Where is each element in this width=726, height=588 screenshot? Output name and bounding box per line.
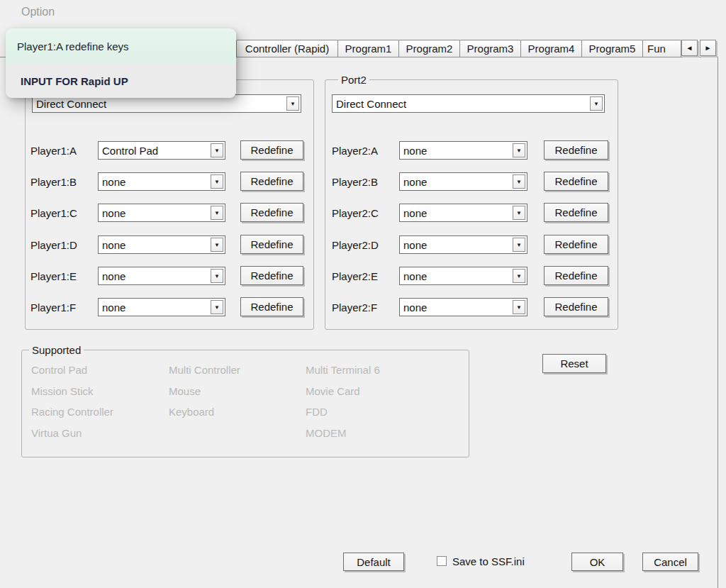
port2-group-label: Port2 [338,74,369,86]
player2a-select[interactable]: none ▼ [399,141,527,160]
player2b-redefine-button[interactable]: Redefine [544,172,608,191]
tab-controller-rapid[interactable]: Controller (Rapid) [236,40,338,57]
dropdown-arrow-icon[interactable]: ▼ [513,300,525,314]
tab-function[interactable]: Fun [642,40,681,57]
player1e-redefine-button[interactable]: Redefine [240,266,303,285]
redefine-popup: Player1:A redefine keys INPUT FOR Rapid … [6,28,236,98]
player1d-redefine-button[interactable]: Redefine [240,235,303,254]
scroll-right-icon: ► [705,44,712,52]
player2c-select[interactable]: none ▼ [399,204,527,222]
player1d-label: Player1:D [30,239,77,251]
supported-item: Mission Stick [31,385,94,397]
redefine-popup-title: Player1:A redefine keys [6,28,236,64]
player1c-select[interactable]: none ▼ [98,204,225,222]
player2b-select[interactable]: none ▼ [399,172,527,191]
player1d-select[interactable]: none ▼ [98,235,225,254]
supported-item: Virtua Gun [31,427,82,439]
scroll-left-icon: ◄ [686,44,693,52]
default-button[interactable]: Default [343,553,404,571]
tab-program2[interactable]: Program2 [398,40,460,57]
player2c-label: Player2:C [332,207,379,219]
dropdown-arrow-icon[interactable]: ▼ [513,143,525,157]
player1e-label: Player1:E [30,270,77,282]
player1a-label: Player1:A [30,145,77,157]
save-to-ssf-checkbox-label[interactable]: Save to SSF.ini [452,555,525,567]
tab-program5[interactable]: Program5 [581,40,643,57]
supported-item: Keyboard [169,406,214,418]
player2b-label: Player2:B [332,176,378,188]
dropdown-arrow-icon[interactable]: ▼ [211,206,223,220]
redefine-popup-message: INPUT FOR Rapid UP [6,64,236,98]
player2e-redefine-button[interactable]: Redefine [544,266,608,285]
supported-item: Multi Terminal 6 [306,364,380,376]
player2d-label: Player2:D [332,239,379,251]
window-title: Option [21,6,55,18]
reset-button[interactable]: Reset [542,354,606,373]
tab-strip: Controller (Rapid) Program1 Program2 Pro… [236,40,681,57]
port2-connection-select[interactable]: Direct Connect ▼ [332,94,605,113]
tab-program1[interactable]: Program1 [337,40,399,57]
dropdown-arrow-icon[interactable]: ▼ [211,174,223,189]
dropdown-arrow-icon[interactable]: ▼ [513,206,525,220]
supported-item: Movie Card [306,385,360,397]
save-to-ssf-checkbox[interactable] [437,556,447,566]
player1b-redefine-button[interactable]: Redefine [240,172,303,191]
player1f-select[interactable]: none ▼ [98,298,225,316]
tab-scroll-left-button[interactable]: ◄ [681,40,698,56]
player2a-redefine-button[interactable]: Redefine [544,140,608,160]
player2f-label: Player2:F [332,301,377,314]
player2d-redefine-button[interactable]: Redefine [544,235,608,254]
player1c-redefine-button[interactable]: Redefine [240,203,303,222]
ok-button[interactable]: OK [571,553,623,571]
player1a-select[interactable]: Control Pad ▼ [98,141,225,160]
player1f-redefine-button[interactable]: Redefine [240,297,303,316]
tab-page-right-border [717,57,718,588]
dropdown-arrow-icon[interactable]: ▼ [513,238,525,252]
cancel-button[interactable]: Cancel [642,553,698,571]
player2e-label: Player2:E [332,270,378,282]
player1a-redefine-button[interactable]: Redefine [240,140,303,160]
dropdown-arrow-icon[interactable]: ▼ [513,174,525,189]
dropdown-arrow-icon[interactable]: ▼ [211,269,223,283]
player2c-redefine-button[interactable]: Redefine [544,203,608,222]
supported-group: Supported Control Pad Mission Stick Raci… [21,350,469,457]
tab-program3[interactable]: Program3 [459,40,521,57]
player1e-select[interactable]: none ▼ [98,267,225,285]
player2d-select[interactable]: none ▼ [399,235,527,254]
player2a-label: Player2:A [332,145,378,157]
supported-item: Racing Controller [31,406,113,418]
supported-item: Control Pad [31,364,87,376]
dropdown-arrow-icon[interactable]: ▼ [211,143,223,157]
dropdown-arrow-icon[interactable]: ▼ [286,96,299,111]
supported-item: Mouse [169,385,201,397]
option-dialog: Option Controller (Rapid) Program1 Progr… [0,0,726,588]
tab-program4[interactable]: Program4 [520,40,582,57]
supported-item: FDD [306,406,328,418]
dropdown-arrow-icon[interactable]: ▼ [211,300,223,314]
supported-item: Multi Controller [169,364,240,376]
player2f-select[interactable]: none ▼ [399,298,527,316]
supported-group-label: Supported [29,344,84,356]
player1c-label: Player1:C [30,207,77,219]
supported-item: MODEM [306,427,347,439]
player2f-redefine-button[interactable]: Redefine [544,297,608,316]
player2e-select[interactable]: none ▼ [399,267,527,285]
dropdown-arrow-icon[interactable]: ▼ [590,96,603,111]
player1b-label: Player1:B [30,176,77,188]
dropdown-arrow-icon[interactable]: ▼ [211,238,223,252]
dropdown-arrow-icon[interactable]: ▼ [513,269,525,283]
player1f-label: Player1:F [30,301,76,314]
player1b-select[interactable]: none ▼ [98,172,225,191]
tab-scroll-right-button[interactable]: ► [700,40,716,56]
